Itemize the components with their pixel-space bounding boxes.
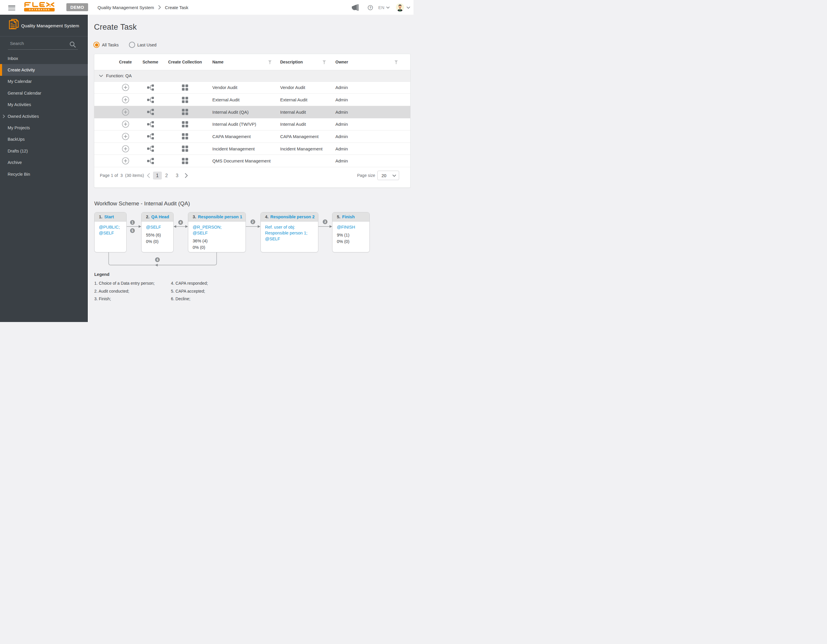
workflow-node-start[interactable]: 1. Start @PUBLIC; @SELF (94, 212, 127, 252)
task-name: CAPA Management (212, 130, 251, 142)
breadcrumb-page: Create Task (165, 5, 189, 10)
create-task-icon[interactable] (114, 82, 137, 94)
language-selector[interactable]: EN (378, 5, 384, 10)
column-header-name[interactable]: Name (212, 54, 223, 70)
workflow-node-header: 4. Responsible person 2 (261, 213, 318, 222)
collapse-chevron-icon[interactable] (99, 75, 103, 77)
sidebar-item-owned-activities[interactable]: Owned Activities (0, 111, 88, 122)
filter-icon[interactable] (268, 60, 272, 64)
table-row[interactable]: Internal Audit (TW/VP) Internal Audit Ad… (94, 119, 410, 131)
table-row[interactable]: Vendor Audit Vendor Audit Admin (94, 82, 410, 94)
scheme-icon[interactable] (138, 130, 162, 142)
filter-icon[interactable] (395, 60, 398, 64)
help-icon[interactable]: ? (368, 5, 373, 10)
sidebar-item-label: Drafts (12) (8, 148, 28, 153)
scheme-icon[interactable] (138, 94, 162, 106)
create-collection-icon[interactable] (164, 155, 206, 167)
page-button-2[interactable]: 2 (162, 172, 171, 180)
node-acl: @PUBLIC; @SELF (99, 224, 122, 236)
create-collection-icon[interactable] (164, 106, 206, 118)
table-row[interactable]: QMS Document Management Admin (94, 155, 410, 167)
column-header-owner[interactable]: Owner (335, 54, 348, 70)
table-row[interactable]: CAPA Management CAPA Management Admin (94, 130, 410, 143)
create-collection-icon[interactable] (164, 82, 206, 94)
sidebar-item-create-activity[interactable]: Create Activity (0, 64, 88, 75)
column-header-description[interactable]: Description (280, 54, 303, 70)
sidebar-item-drafts[interactable]: Drafts (12) (0, 145, 88, 156)
workflow-title: Workflow Scheme - Internal Audit (QA) (94, 200, 190, 207)
task-description: Internal Audit (280, 106, 306, 118)
task-owner: Admin (335, 94, 348, 106)
avatar[interactable] (396, 3, 404, 11)
svg-text:?: ? (370, 6, 371, 9)
node-name: Finish (342, 214, 355, 219)
task-name: QMS Document Management (212, 155, 270, 167)
sidebar-item-my-projects[interactable]: My Projects (0, 122, 88, 133)
legend-title: Legend (94, 272, 109, 277)
scheme-icon[interactable] (138, 155, 162, 167)
node-name: Start (104, 214, 114, 219)
sidebar-item-my-calendar[interactable]: My Calendar (0, 76, 88, 87)
table-row[interactable]: Incident Management Incident Management … (94, 143, 410, 155)
node-stat: 36% (4) (193, 238, 242, 244)
create-collection-icon[interactable] (164, 130, 206, 142)
node-number: 3. (193, 214, 196, 219)
breadcrumb-section[interactable]: Quality Management System (97, 5, 154, 10)
sidebar-item-recycle-bin[interactable]: Recycle Bin (0, 168, 88, 180)
create-collection-icon[interactable] (164, 94, 206, 106)
menu-icon[interactable] (8, 6, 15, 10)
legend-column-2: 4. CAPA responded; 5. CAPA accepted; 6. … (171, 280, 208, 303)
next-page-icon[interactable] (185, 173, 188, 178)
create-task-icon[interactable] (114, 130, 137, 142)
scheme-icon[interactable] (138, 143, 162, 155)
expand-chevron-icon[interactable] (3, 114, 5, 118)
scheme-icon[interactable] (138, 82, 162, 94)
filter-icon[interactable] (323, 60, 326, 64)
column-header-scheme[interactable]: Scheme (138, 54, 162, 70)
workflow-node-qa-head[interactable]: 2. QA Head @SELF 55% (6) 0% (0) (141, 212, 173, 252)
scheme-icon[interactable] (138, 119, 162, 130)
workflow-node-body: Ref. user of obj: Responsible person 1; … (261, 222, 318, 242)
sidebar-item-my-activities[interactable]: My Activities (0, 99, 88, 111)
create-task-icon[interactable] (114, 143, 137, 155)
workflow-node-body: @SELF 55% (6) 0% (0) (142, 222, 173, 245)
column-header-create-collection[interactable]: Create Collection (164, 54, 206, 70)
last-used-radio[interactable]: Last Used (129, 42, 156, 48)
page-button-3[interactable]: 3 (173, 172, 181, 180)
flex-databases-logo[interactable]: DATABASES (24, 3, 55, 12)
create-task-icon[interactable] (114, 119, 137, 130)
sidebar-item-general-calendar[interactable]: General Calendar (0, 87, 88, 99)
node-number: 4. (265, 214, 269, 219)
task-owner: Admin (335, 82, 348, 94)
page-size-select[interactable]: 20 (378, 171, 399, 180)
search-input[interactable] (8, 39, 78, 50)
column-header-create[interactable]: Create (114, 54, 137, 70)
transition-badge-2: 2 (251, 219, 255, 224)
sidebar-item-archive[interactable]: Archive (0, 157, 88, 168)
table-header: Create Scheme Create Collection Name Des… (94, 54, 410, 70)
user-menu-chevron-icon[interactable] (406, 6, 410, 9)
create-task-icon[interactable] (114, 106, 137, 118)
language-chevron-icon[interactable] (386, 6, 390, 9)
table-row-selected[interactable]: Internal Audit (QA) Internal Audit Admin (94, 106, 410, 119)
create-collection-icon[interactable] (164, 143, 206, 155)
task-owner: Admin (335, 143, 348, 155)
group-row-function-qa[interactable]: Function: QA (94, 70, 410, 82)
workflow-node-finish[interactable]: 5. Finish @FINISH 9% (1) 0% (0) (332, 212, 370, 252)
search-icon[interactable] (69, 41, 76, 48)
create-task-icon[interactable] (114, 94, 137, 106)
all-tasks-radio[interactable]: All Tasks (94, 42, 119, 48)
create-collection-icon[interactable] (164, 119, 206, 130)
workflow-node-responsible-person-1[interactable]: 3. Responsible person 1 @R_PERSON; @SELF… (188, 212, 246, 252)
scheme-icon[interactable] (138, 106, 162, 118)
task-description: Vendor Audit (280, 82, 305, 94)
sidebar-item-inbox[interactable]: Inbox (0, 53, 88, 64)
legend-item: 5. CAPA accepted; (171, 287, 208, 295)
page-button-1[interactable]: 1 (153, 172, 162, 180)
sidebar-item-backups[interactable]: BackUps (0, 134, 88, 145)
create-task-icon[interactable] (114, 155, 137, 167)
table-row[interactable]: External Audit External Audit Admin (94, 94, 410, 106)
previous-page-icon[interactable] (147, 173, 150, 178)
workflow-node-responsible-person-2[interactable]: 4. Responsible person 2 Ref. user of obj… (261, 212, 318, 252)
announcements-icon[interactable] (351, 4, 359, 11)
